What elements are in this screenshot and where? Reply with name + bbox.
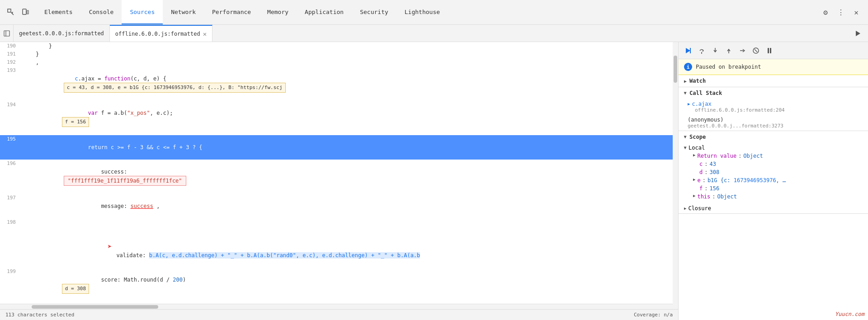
scope-triangle: ▶ [683,136,688,138]
tab-security[interactable]: Security [352,0,396,24]
scope-item-this[interactable]: ▶ this : Object [693,193,863,201]
tab-elements[interactable]: Elements [36,0,81,24]
step-out-btn[interactable] [723,45,735,56]
svg-point-8 [701,53,702,54]
right-panel-footer: Yuucn.com [679,214,868,320]
e-key: e [697,177,700,184]
tab-network[interactable]: Network [163,0,204,24]
closure-scope-header[interactable]: ▶ Closure [684,204,868,212]
toolbar-right: ⚙ ⋮ ✕ [819,6,868,19]
return-triangle: ▶ [693,153,695,157]
file-tab-offline[interactable]: offline.6.0.0.js:formatted ✕ [110,25,212,42]
svg-rect-11 [768,48,769,53]
selection-info: 113 characters selected [5,312,74,318]
more-btn[interactable]: ⋮ [835,6,847,19]
pause-exceptions-btn[interactable] [764,45,775,56]
resume-btn[interactable] [682,45,694,56]
return-key: Return value [697,153,736,159]
local-scope-header[interactable]: ▶ Local [684,144,868,152]
svg-rect-12 [770,48,771,53]
scope-item-c: c : 43 [693,160,863,168]
debug-toolbar [679,42,868,59]
file-tab-geetest[interactable]: geetest.0.0.0.js:formatted [14,25,110,42]
watch-section-header[interactable]: ▶ Watch [679,75,868,87]
watch-label: Watch [689,78,706,84]
code-content: var f = a.b("x_pos", e.c); f = 156 [20,101,678,135]
line-num: 198 [0,218,20,268]
table-row: 192 , [0,58,678,66]
call-stack-items: c.ajax offline.6.0.0.js:formatted:204 (a… [679,99,868,131]
table-row: 193 c.ajax = function(c, d, e) { c = 43,… [0,66,678,101]
file-tabs-right [852,27,868,40]
inspect-element-btn[interactable] [5,6,17,19]
table-row: 196 success: "fff1fff19e_1f11ff19a6_ffff… [0,160,678,194]
step-btn[interactable] [736,45,748,56]
status-bar: 113 characters selected Coverage: n/a [0,309,678,320]
deactivate-btn[interactable] [750,45,762,56]
horizontal-scrollbar[interactable] [0,304,673,309]
code-content: message: success , [20,194,678,218]
svg-marker-6 [686,48,690,53]
scope-section-header[interactable]: ▶ Scope [679,131,868,143]
call-stack-file-loc: offline.6.0.0.js:formatted:204 [688,107,863,113]
file-tab-geetest-label: geetest.0.0.0.js:formatted [19,30,104,37]
svg-rect-3 [4,31,9,36]
call-stack-triangle: ▶ [683,92,688,94]
file-tab-offline-label: offline.6.0.0.js:formatted [115,31,200,37]
f-val: 156 [709,185,719,192]
closure-scope: ▶ Closure [679,203,868,213]
sidebar-toggle-btn[interactable] [0,25,14,42]
line-num: 194 [0,101,20,135]
file-tab-close-btn[interactable]: ✕ [203,30,207,38]
device-toggle-btn[interactable] [19,6,32,19]
breakpoint-banner: i Paused on breakpoint [679,59,868,75]
settings-btn[interactable]: ⚙ [819,6,832,19]
run-snippet-btn[interactable] [852,27,864,40]
table-row: 190 } [0,42,678,50]
scope-label: Scope [689,134,706,140]
c-val: 43 [709,161,716,167]
closure-triangle: ▶ [684,206,686,211]
svg-line-10 [755,49,757,52]
code-content: return c >= f - 3 && c <= f + 3 ? { [20,135,678,160]
call-stack-func-name: (anonymous) [688,117,863,123]
call-stack-header[interactable]: ▶ Call Stack [679,87,868,99]
step-into-btn[interactable] [709,45,721,56]
tab-application[interactable]: Application [297,0,352,24]
svg-rect-0 [8,9,11,12]
file-tabs-bar: geetest.0.0.0.js:formatted offline.6.0.0… [0,25,868,42]
table-row: 191 } [0,50,678,58]
line-num: 197 [0,194,20,218]
scope-item-return[interactable]: ▶ Return value : Object [693,152,863,160]
hscrollbar-thumb[interactable] [32,305,158,309]
scope-item-e[interactable]: ▶ e : b1G {c: 1673946953976, … [693,176,863,184]
scope-items: ▶ Return value : Object c : 43 d : 308 [684,152,868,202]
tab-memory[interactable]: Memory [259,0,297,24]
watch-triangle: ▶ [684,79,687,84]
step-over-btn[interactable] [696,45,708,56]
this-triangle: ▶ [693,193,695,198]
line-num: 192 [0,58,20,66]
code-editor[interactable]: 190 } 191 } 192 , 193 [0,42,678,309]
table-row: 195 return c >= f - 3 && c <= f + 3 ? { [0,135,678,160]
this-key: this [697,193,710,200]
nav-tabs: Elements Console Sources Network Perform… [36,0,819,24]
main-content: 190 } 191 } 192 , 193 [0,42,868,320]
code-content: ➤ validate: b.A(c, e.d.challenge) + "_" … [20,218,678,268]
toolbar-left-icons [0,6,36,19]
line-num: 199 [0,268,20,302]
tab-console[interactable]: Console [81,0,122,24]
call-stack-item[interactable]: (anonymous) geetest.0.0.0.j...formatted:… [679,115,868,131]
local-scope: ▶ Local ▶ Return value : Object c : 43 [679,143,868,203]
return-val: Object [743,153,763,159]
tab-lighthouse[interactable]: Lighthouse [396,0,448,24]
call-stack-item[interactable]: c.ajax offline.6.0.0.js:formatted:204 [679,99,868,115]
d-key: d [699,169,703,175]
close-btn[interactable]: ✕ [850,6,863,19]
code-content: c.ajax = function(c, d, e) { c = 43, d =… [20,66,678,101]
d-val: 308 [709,169,719,175]
tab-performance[interactable]: Performance [204,0,259,24]
tab-sources[interactable]: Sources [122,0,163,24]
table-row: 198 ➤ validate: b.A(c, e.d.challenge) + … [0,218,678,268]
call-stack-file-loc: geetest.0.0.0.j...formatted:3273 [688,123,863,129]
